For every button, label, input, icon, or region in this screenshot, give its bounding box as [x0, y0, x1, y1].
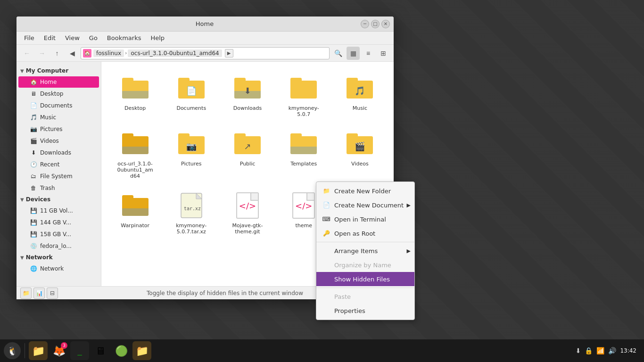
ctx-properties[interactable]: Properties — [316, 304, 414, 318]
taskbar-files[interactable]: 📁 — [29, 341, 48, 360]
sidebar-item-desktop[interactable]: 🖥 Desktop — [18, 88, 99, 99]
ctx-create-folder[interactable]: 📁 Create New Folder — [316, 184, 414, 198]
tray-network-icon[interactable]: 📶 — [596, 347, 604, 354]
sidebar-item-downloads[interactable]: ⬇ Downloads — [18, 147, 99, 158]
trash-icon: 🗑 — [30, 184, 37, 192]
documents-label: Documents — [176, 105, 206, 111]
file-item-desktop[interactable]: Desktop — [109, 69, 161, 121]
vol144-icon: 💾 — [30, 219, 37, 226]
tray-lock-icon[interactable]: 🔒 — [585, 347, 593, 354]
menu-go[interactable]: Go — [85, 33, 101, 43]
sidebar-trash-label: Trash — [40, 185, 55, 191]
ctx-show-hidden[interactable]: Show Hidden Files — [316, 272, 414, 286]
sidebar-item-documents[interactable]: 📄 Documents — [18, 100, 99, 111]
file-item-videos[interactable]: 🎬 Videos — [334, 125, 386, 183]
sidebar-item-vol158[interactable]: 💾 158 GB V... — [18, 229, 99, 240]
mojave-code-icon: </> — [232, 190, 263, 221]
sidebar-item-vol144[interactable]: 💾 144 GB V... — [18, 217, 99, 228]
network-icon: 🌐 — [30, 265, 37, 272]
sidebar-item-home[interactable]: 🏠 Home — [18, 76, 99, 88]
back-button[interactable]: ← — [20, 47, 33, 60]
file-item-public[interactable]: ↗ Public — [221, 125, 273, 183]
arrange-items-icon — [322, 247, 330, 255]
ctx-open-root[interactable]: 🔑 Open as Root — [316, 226, 414, 240]
file-item-ocs-url[interactable]: ocs-url_3.1.0-0ubuntu1_amd64 — [109, 125, 161, 183]
taskbar-browser[interactable]: 🖥 — [91, 341, 110, 360]
kmymoney-folder-icon — [289, 73, 319, 103]
ctx-sep2 — [316, 288, 414, 288]
search-button[interactable]: 🔍 — [331, 47, 345, 60]
network-arrow: ▼ — [20, 255, 24, 260]
file-item-pictures[interactable]: 📷 Pictures — [165, 125, 217, 183]
sidebar-item-filesystem[interactable]: 🗂 File System — [18, 171, 99, 182]
public-overlay: ↗ — [244, 141, 251, 151]
location-home-icon: 🏠 — [83, 49, 91, 58]
taskbar-app5[interactable]: 🟢 — [112, 341, 131, 360]
pictures-label: Pictures — [181, 161, 202, 167]
sidebar-item-music[interactable]: 🎵 Music — [18, 112, 99, 123]
file-item-mojave-theme[interactable]: </> Mojave-gtk-theme.git — [221, 187, 273, 239]
location-separator: › — [125, 50, 127, 56]
sidebar-section-network[interactable]: ▼ Network — [17, 252, 101, 263]
menu-file[interactable]: File — [20, 33, 38, 43]
sidebar-item-trash[interactable]: 🗑 Trash — [18, 182, 99, 194]
statusbar-folder-btn[interactable]: 📁 — [20, 288, 32, 299]
sidebar-item-vol11[interactable]: 💾 11 GB Vol... — [18, 205, 99, 216]
file-item-documents[interactable]: 📄 Documents — [165, 69, 217, 121]
close-button[interactable]: ✕ — [381, 20, 390, 28]
titlebar: Home ─ □ ✕ — [17, 16, 394, 32]
menu-view[interactable]: View — [61, 33, 83, 43]
sidebar-section-devices[interactable]: ▼ Devices — [17, 194, 101, 205]
filesystem-icon: 🗂 — [30, 173, 37, 180]
file-item-warpinator[interactable]: Warpinator — [109, 187, 161, 239]
videos-icon: 🎬 — [30, 137, 37, 145]
desktop-folder-icon — [120, 73, 150, 103]
statusbar-panel-btn[interactable]: ⊟ — [47, 288, 58, 299]
detail-view-button[interactable]: ⊞ — [377, 47, 390, 60]
maximize-button[interactable]: □ — [371, 20, 380, 28]
left-nav-button[interactable]: ◀ — [66, 47, 79, 60]
network-label: Network — [26, 254, 53, 261]
ubuntu-logo[interactable]: 🐧 — [4, 342, 21, 359]
up-button[interactable]: ↑ — [50, 47, 64, 60]
ctx-paste: Paste — [316, 289, 414, 304]
sidebar-section-my-computer[interactable]: ▼ My Computer — [17, 66, 101, 76]
properties-icon — [322, 306, 330, 315]
taskbar-files2[interactable]: 📁 — [132, 341, 151, 360]
ctx-create-document[interactable]: 📄 Create New Document ▶ — [316, 198, 414, 212]
statusbar-chart-btn[interactable]: 📊 — [33, 288, 45, 299]
sidebar-item-pictures[interactable]: 📷 Pictures — [18, 123, 99, 135]
taskbar-firefox[interactable]: 🦊 3 — [50, 341, 68, 360]
ctx-organize-name-label: Organize by Name — [334, 262, 391, 269]
forward-button[interactable]: → — [35, 47, 49, 60]
fedora-icon: 💿 — [30, 242, 37, 250]
list-view-button[interactable]: ≡ — [362, 47, 375, 60]
sidebar-item-videos[interactable]: 🎬 Videos — [18, 135, 99, 147]
desktop-label: Desktop — [124, 105, 146, 111]
file-item-templates[interactable]: Templates — [278, 125, 330, 183]
public-folder-icon: ↗ — [232, 129, 263, 159]
menu-edit[interactable]: Edit — [40, 33, 59, 43]
pictures-icon: 📷 — [30, 125, 37, 133]
file-item-kmymoney-tar[interactable]: tar.xz kmymoney-5.0.7.tar.xz — [165, 187, 217, 239]
file-item-downloads[interactable]: ⬇ Downloads — [221, 69, 273, 121]
open-root-icon: 🔑 — [322, 229, 330, 238]
music-folder-icon: 🎵 — [345, 73, 375, 103]
tray-volume-icon[interactable]: 🔊 — [608, 347, 616, 354]
tray-download-icon[interactable]: ⬇ — [576, 347, 581, 354]
menu-bookmarks[interactable]: Bookmarks — [103, 33, 145, 43]
ctx-organize-name: Organize by Name — [316, 258, 414, 272]
sidebar-item-recent[interactable]: 🕐 Recent — [18, 159, 99, 170]
sidebar-item-fedora[interactable]: 💿 fedora_lo... — [18, 240, 99, 252]
minimize-button[interactable]: ─ — [361, 20, 369, 28]
grid-view-button[interactable]: ▦ — [347, 47, 360, 60]
file-item-kmymoney[interactable]: kmymoney-5.0.7 — [278, 69, 330, 121]
svg-text:tar.xz: tar.xz — [184, 206, 201, 211]
ctx-arrange-items[interactable]: Arrange Items ▶ — [316, 244, 414, 258]
ctx-open-terminal[interactable]: ⌨ Open in Terminal — [316, 212, 414, 226]
location-next-button[interactable]: ▶ — [225, 49, 233, 58]
menu-help[interactable]: Help — [147, 33, 168, 43]
file-item-music[interactable]: 🎵 Music — [334, 69, 386, 121]
sidebar-item-network[interactable]: 🌐 Network — [18, 263, 99, 274]
taskbar-terminal[interactable]: _ — [70, 341, 89, 360]
